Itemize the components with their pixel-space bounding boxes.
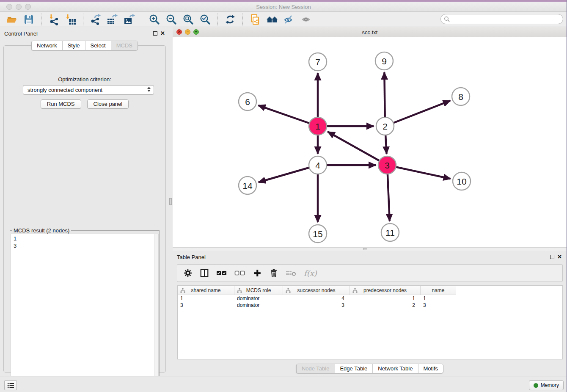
- first-neighbors-icon[interactable]: [266, 13, 278, 26]
- splitter-grip[interactable]: [169, 198, 172, 205]
- task-history-button[interactable]: [4, 380, 17, 390]
- node-table: shared nameMCDS rolesuccessor nodesprede…: [177, 285, 563, 359]
- edge-3-1[interactable]: [328, 132, 387, 165]
- save-session-icon[interactable]: [22, 13, 35, 26]
- table-cell[interactable]: 3: [283, 302, 350, 309]
- new-network-from-selection-icon[interactable]: [249, 13, 261, 26]
- table-cell[interactable]: dominator: [234, 295, 283, 302]
- deselect-all-checkboxes-icon[interactable]: [234, 270, 245, 276]
- toolbar-separator: [83, 14, 83, 25]
- network-window-titlebar: ✕ − + scc.txt: [173, 27, 567, 37]
- table-cell[interactable]: 2: [350, 302, 421, 309]
- tab-edge-table[interactable]: Edge Table: [334, 364, 372, 373]
- zoom-out-icon[interactable]: [165, 13, 178, 26]
- table-cell[interactable]: 1: [178, 295, 234, 302]
- memory-label: Memory: [541, 382, 559, 388]
- tab-network-table[interactable]: Network Table: [372, 364, 418, 373]
- result-scrollbar[interactable]: [154, 234, 158, 386]
- optimization-criterion-label: Optimization criterion:: [4, 76, 165, 83]
- graph-node-label: 6: [245, 97, 250, 107]
- column-header-MCDS-role[interactable]: MCDS role: [234, 286, 283, 295]
- graph-node-label: 4: [315, 160, 320, 170]
- edge-1-6[interactable]: [258, 105, 318, 126]
- control-panel-title: Control Panel: [4, 30, 38, 37]
- tab-style[interactable]: Style: [62, 41, 85, 50]
- zoom-selected-icon[interactable]: [199, 13, 212, 26]
- open-session-icon[interactable]: [6, 13, 18, 26]
- hide-graphics-details-icon[interactable]: [283, 13, 295, 26]
- table-cell[interactable]: 1: [421, 295, 456, 302]
- table-cell[interactable]: 3: [178, 302, 234, 309]
- attribute-icon: [352, 288, 358, 294]
- tab-mcds[interactable]: MCDS: [111, 41, 138, 50]
- toolbar-separator: [217, 14, 218, 25]
- mcds-panel: Optimization criterion: strongly connect…: [3, 45, 166, 373]
- table-cell[interactable]: dominator: [234, 302, 283, 309]
- vertical-splitter[interactable]: [169, 27, 173, 376]
- column-header-predecessor-nodes[interactable]: predecessor nodes: [350, 286, 421, 295]
- table-panel-close-icon[interactable]: ✕: [557, 254, 562, 259]
- network-canvas[interactable]: 7968124314101511: [173, 37, 567, 247]
- export-table-icon[interactable]: [106, 13, 119, 26]
- show-column-icon[interactable]: [200, 268, 209, 278]
- control-panel-tabs: NetworkStyleSelectMCDS: [31, 41, 138, 50]
- edge-3-10[interactable]: [387, 165, 451, 179]
- graph-node-label: 9: [382, 56, 387, 66]
- function-builder-icon-disabled: f(x): [304, 269, 317, 278]
- column-header-name[interactable]: name: [421, 286, 456, 295]
- criterion-select[interactable]: strongly connected component: [23, 85, 154, 95]
- column-header-successor-nodes[interactable]: successor nodes: [283, 286, 350, 295]
- graph-node-label: 8: [458, 92, 463, 102]
- table-row[interactable]: 1dominator411: [178, 295, 562, 302]
- table-panel-float-icon[interactable]: [550, 255, 554, 259]
- attribute-icon: [180, 288, 185, 294]
- table-panel-title: Table Panel: [177, 254, 206, 260]
- network-title: scc.txt: [173, 29, 567, 36]
- graph-node-label: 11: [385, 228, 395, 237]
- table-options-gear-icon[interactable]: [183, 268, 193, 278]
- close-panel-button[interactable]: Close panel: [87, 99, 129, 109]
- table-toolbar: f(x): [177, 264, 563, 282]
- criterion-value: strongly connected component: [28, 87, 102, 93]
- run-mcds-button[interactable]: Run MCDS: [41, 99, 81, 109]
- mcds-result-text[interactable]: 1 3: [11, 234, 159, 386]
- app-title: Session: New Session: [0, 4, 567, 10]
- graph-node-label: 15: [313, 229, 322, 239]
- delete-column-icon[interactable]: [269, 268, 278, 278]
- attribute-icon: [237, 288, 242, 294]
- add-column-icon[interactable]: [253, 268, 262, 278]
- table-row[interactable]: 3dominator323: [178, 302, 562, 309]
- tab-motifs[interactable]: Motifs: [418, 364, 443, 373]
- mcds-result-group: MCDS result (2 nodes) 1 3: [10, 227, 160, 387]
- app-titlebar: Session: New Session: [0, 2, 567, 12]
- control-panel-close-icon[interactable]: ✕: [160, 30, 165, 36]
- show-graphics-details-icon-disabled: [300, 13, 312, 26]
- control-panel-float-icon[interactable]: [153, 31, 157, 36]
- network-bottom-strip: [173, 247, 567, 251]
- export-image-icon[interactable]: [123, 13, 136, 26]
- refresh-layout-icon[interactable]: [224, 13, 237, 26]
- memory-button[interactable]: Memory: [529, 380, 564, 390]
- column-header-shared-name[interactable]: shared name: [178, 286, 234, 295]
- toolbar-separator: [41, 14, 41, 25]
- table-cell[interactable]: 4: [283, 295, 350, 302]
- table-cell[interactable]: 1: [350, 295, 421, 302]
- edge-2-8[interactable]: [385, 101, 450, 126]
- graph-node-label: 2: [383, 121, 388, 131]
- network-window: ✕ − + scc.txt 7968124314101511: [173, 27, 567, 251]
- tab-node-table[interactable]: Node Table: [297, 364, 335, 373]
- graph-node-label: 10: [457, 177, 466, 186]
- tab-network[interactable]: Network: [32, 41, 62, 50]
- status-bar: Memory: [0, 376, 567, 392]
- zoom-fit-icon[interactable]: [182, 13, 195, 26]
- zoom-in-icon[interactable]: [148, 13, 161, 26]
- select-all-checkboxes-icon[interactable]: [216, 270, 227, 276]
- table-header-row: shared nameMCDS rolesuccessor nodesprede…: [178, 286, 562, 295]
- horizontal-splitter-grip[interactable]: [363, 248, 367, 250]
- import-table-icon[interactable]: [64, 13, 77, 26]
- tab-select[interactable]: Select: [85, 41, 111, 50]
- import-network-icon[interactable]: [47, 13, 60, 26]
- table-cell[interactable]: 3: [421, 302, 456, 309]
- search-input[interactable]: [440, 14, 563, 24]
- export-network-icon[interactable]: [89, 13, 102, 26]
